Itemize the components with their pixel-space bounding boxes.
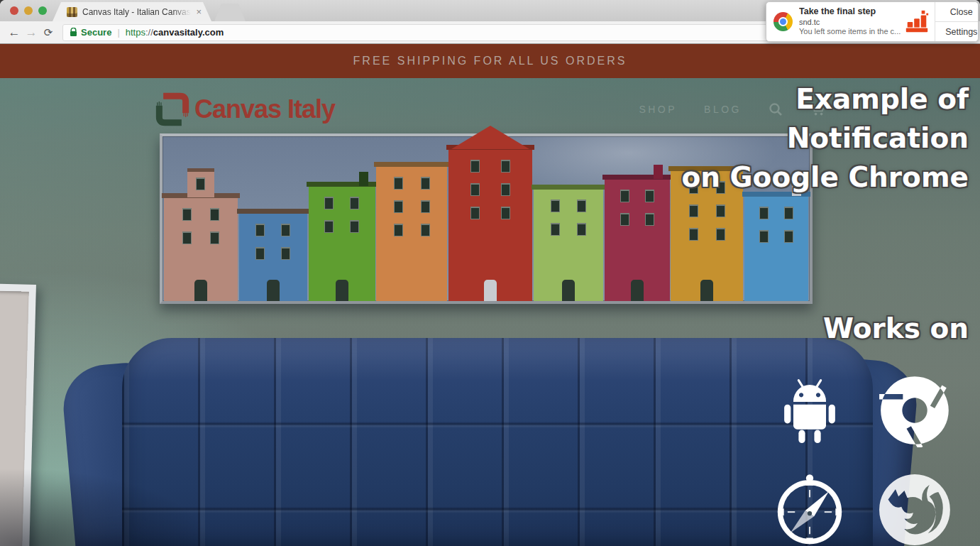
notification-close-button[interactable]: Close [935, 2, 979, 21]
works-on-label: Works on [823, 312, 969, 344]
demo-caption-line1: Example of [681, 80, 969, 119]
chip-divider: | [117, 27, 119, 38]
chrome-icon [878, 373, 952, 447]
tab-close-icon[interactable]: × [196, 7, 202, 16]
notification-title: Take the final step [799, 6, 901, 18]
url-separator: :// [145, 27, 153, 38]
new-tab-button[interactable] [214, 4, 246, 21]
green-house [309, 186, 375, 301]
secure-label: Secure [81, 27, 111, 38]
crimson-house [605, 179, 670, 301]
minimize-window-button[interactable] [24, 6, 33, 15]
platform-icons [757, 361, 967, 546]
url-scheme: https [126, 27, 145, 38]
chrome-logo-icon [773, 12, 793, 31]
notification-message: You left some items in the c... [799, 27, 901, 37]
notification-body-area[interactable]: Take the final step snd.tc You left some… [766, 2, 935, 41]
browser-tab[interactable]: Canvas Italy - Italian Canvas A × [53, 2, 211, 21]
red-house [448, 149, 532, 301]
notification-source: snd.tc [799, 18, 901, 28]
url-host: canvasitaly.com [153, 27, 224, 38]
demo-caption-line3: on Google Chrome [681, 158, 969, 197]
promo-banner: FREE SHIPPING FOR ALL US ORDERS [0, 44, 980, 78]
fullscreen-window-button[interactable] [38, 6, 47, 15]
tab-title: Canvas Italy - Italian Canvas A [82, 7, 193, 17]
canvas-italy-logo-icon [153, 89, 192, 129]
close-window-button[interactable] [10, 6, 18, 15]
demo-caption-line2: Notification [681, 119, 969, 158]
site-logo-text: Canvas Italy [194, 94, 335, 124]
salmon-house [164, 197, 238, 301]
floor-shadow [0, 468, 213, 546]
back-button[interactable]: ← [6, 26, 23, 38]
nav-item-shop[interactable]: SHOP [639, 104, 677, 115]
notification-badge-icon [903, 9, 930, 35]
light-green-house [534, 189, 603, 301]
demo-caption: Example of Notification on Google Chrome [681, 80, 969, 197]
safari-icon [773, 471, 847, 546]
orange-house [376, 166, 447, 301]
android-icon [777, 375, 842, 446]
forward-button[interactable]: → [23, 26, 40, 38]
tab-favicon-icon [67, 7, 77, 17]
chrome-notification: Take the final step snd.tc You left some… [766, 1, 979, 42]
site-hero: Canvas Italy SHOPBLOG [0, 78, 980, 546]
site-logo[interactable]: Canvas Italy [153, 89, 335, 129]
blue-house [239, 213, 307, 301]
browser-window: Canvas Italy - Italian Canvas A × ← → ⟳ … [0, 0, 980, 546]
light-blue-house [744, 196, 808, 301]
padlock-icon [70, 28, 77, 37]
notification-settings-button[interactable]: Settings [935, 21, 979, 41]
promo-banner-text: FREE SHIPPING FOR ALL US ORDERS [353, 55, 627, 67]
firefox-icon [878, 473, 952, 546]
reload-button[interactable]: ⟳ [40, 27, 57, 38]
